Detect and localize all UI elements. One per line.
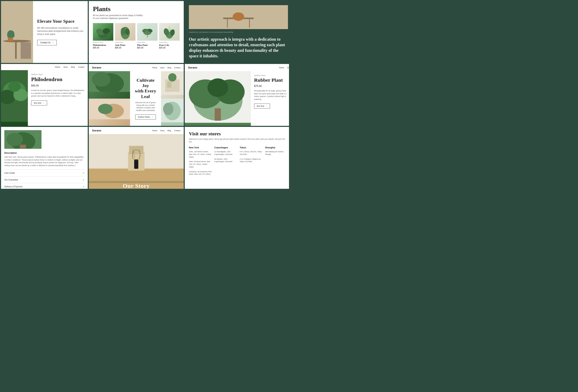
rubber-nav: Sorano Plants St <box>185 64 289 71</box>
svg-point-31 <box>98 104 112 114</box>
hero-nav-blog[interactable]: Blog <box>167 67 171 69</box>
rubber-main: Medium Plant Rubber Plant $75.00 Recogni… <box>185 71 289 126</box>
pilea-name: Pilea Plant <box>137 44 157 46</box>
philodendron-size-tag: Medium Plant <box>31 73 84 76</box>
story-logo: Sorano <box>92 129 101 132</box>
plants-grid: Medium Plant Philodendron $45.00 Small P… <box>93 23 180 49</box>
rubber-price: $75.00 <box>254 85 289 87</box>
nav-blog[interactable]: Blog <box>71 66 75 68</box>
philodendron-buy-button[interactable]: Buy Now → <box>31 100 47 105</box>
story-nav-contact[interactable]: Contact <box>174 130 180 132</box>
delivery-payment-accordion[interactable]: Delivery & Payment + <box>4 183 84 189</box>
rubber-desc: Recognizable for its large, glossy leave… <box>254 89 289 101</box>
elevate-space-cell: Elevate Your Space We offer personalized… <box>1 1 88 63</box>
stewardship-svg <box>189 5 288 29</box>
svg-point-6 <box>125 29 129 35</box>
philodendron-leaf-svg <box>96 25 110 39</box>
svg-rect-34 <box>167 82 171 88</box>
tokyo-address-1: 5-8-1 Ginza, Chuo-ku, Tokyo 104-0061 <box>240 150 263 156</box>
jade-svg <box>119 25 132 40</box>
description-cell: Description With their lush, vibrant gre… <box>1 127 88 189</box>
plant-thumbnail <box>4 130 42 149</box>
nav-story[interactable]: Story <box>63 66 68 68</box>
vase-decoration <box>130 149 143 171</box>
tokyo-city: Tokyo <box>240 146 263 149</box>
philodendron-product-cell: Plants Story Blog Contact Medium Plant P… <box>1 64 88 126</box>
care-guide-accordion[interactable]: Care Guide + <box>4 169 84 176</box>
contact-label: Contact Us <box>40 42 50 44</box>
contact-us-button[interactable]: Contact Us → <box>37 40 57 45</box>
plant-card-peace-lily[interactable]: Small Plant Peace Lily $35.00 <box>159 23 180 49</box>
hero-nav-plants[interactable]: Plants <box>152 67 157 69</box>
jade-price: $95.00 <box>115 47 135 49</box>
elevate-description: We offer personalized consultations to c… <box>37 26 84 36</box>
svg-point-5 <box>121 28 126 35</box>
rubber-size-tag: Medium Plant <box>254 75 289 77</box>
rubber-plant-svg <box>185 71 251 123</box>
quote-text: Our artistic approach is integra with a … <box>189 37 288 59</box>
care-guide-toggle-icon: + <box>83 171 84 174</box>
hero-plant-small-image <box>161 99 184 126</box>
story-nav-links: Plants Story Blog Contact <box>152 130 180 132</box>
stewardship-image <box>189 5 288 29</box>
guarantee-accordion[interactable]: Our Guarantee + <box>4 176 84 183</box>
rubber-plant-photo <box>185 71 251 126</box>
svg-rect-48 <box>20 145 26 148</box>
hero-area: Cultivate Joy with Every Leaf Discover t… <box>89 71 184 126</box>
copenhagen-city: Copenhagen <box>214 146 237 149</box>
stores-cell: Visit our stores Welcome to your happy p… <box>185 127 289 189</box>
story-nav-plants[interactable]: Plants <box>152 130 157 132</box>
hero-bottom-svg <box>89 99 130 119</box>
philodendron-product-name: Philodendron <box>31 76 84 83</box>
stewardship-caption: Inspired by commitment to environmental … <box>189 31 288 33</box>
hero-center-content: Cultivate Joy with Every Leaf Discover t… <box>130 71 161 126</box>
chair-decoration <box>21 42 31 59</box>
plants-section-title: Plants <box>93 5 180 13</box>
svg-point-35 <box>168 73 177 82</box>
pilea-image <box>137 23 157 41</box>
plant-card-jade[interactable]: Small Plant Jade Plant $95.00 <box>115 23 135 49</box>
rubber-info: Medium Plant Rubber Plant $75.00 Recogni… <box>251 71 289 126</box>
hero-description: Discover the art of green living with ou… <box>134 101 157 112</box>
plant-leaves-decoration <box>7 30 14 38</box>
hero-small-plant-svg <box>161 99 184 122</box>
philodendron-large-image <box>1 70 28 126</box>
peace-lily-price: $35.00 <box>159 47 180 49</box>
plant-card-philodendron[interactable]: Medium Plant Philodendron $45.00 <box>93 23 113 49</box>
philodendron-image <box>93 23 113 41</box>
rubber-nav-plants[interactable]: Plants <box>279 67 284 69</box>
nav-plants[interactable]: Plants <box>55 66 60 68</box>
philodendron-info: Medium Plant Philodendron $45.00 Known f… <box>28 70 88 126</box>
pilea-svg <box>140 25 155 39</box>
hero-room-svg <box>161 71 184 95</box>
hero-nav-contact[interactable]: Contact <box>174 67 180 69</box>
philodendron-price: $45.00 <box>93 47 113 49</box>
delivery-payment-label: Delivery & Payment <box>4 185 22 188</box>
elevate-heading: Elevate Your Space <box>37 19 84 24</box>
explore-arrow: → <box>151 116 153 118</box>
svg-point-38 <box>163 103 173 115</box>
philodendron-size: Medium Plant <box>93 42 113 43</box>
table-leg-decoration <box>15 41 17 59</box>
philodendron-product-price: $45.00 <box>31 84 84 87</box>
story-nav-story[interactable]: Story <box>160 130 165 132</box>
hero-nav-story[interactable]: Story <box>160 67 165 69</box>
stores-grid: New York Soho, 150 Mercer Street, New Yo… <box>189 146 288 178</box>
philodendron-product-desc: Known for its lush, green, heart-shaped … <box>31 89 84 98</box>
plant-thumb-svg <box>4 130 42 149</box>
hero-title: Cultivate Joy with Every Leaf <box>134 78 157 99</box>
rubber-buy-button[interactable]: Buy Now → <box>254 104 270 109</box>
plant-card-pilea[interactable]: Small Plant Pilea Plant $55.00 <box>137 23 157 49</box>
svg-rect-44 <box>215 108 221 121</box>
story-nav: Sorano Plants Story Blog Contact <box>89 127 184 134</box>
rubber-nav-links: Plants St <box>279 67 289 69</box>
nav-contact[interactable]: Contact <box>78 66 84 68</box>
jade-size: Small Plant <box>115 42 135 43</box>
rubber-buy-arrow: → <box>265 105 267 107</box>
story-nav-blog[interactable]: Blog <box>167 130 171 132</box>
shanghai-city: Shanghai <box>265 146 288 149</box>
rubber-nav-story[interactable]: St <box>287 67 289 69</box>
explore-plants-button[interactable]: Explore Plants → <box>135 115 156 120</box>
svg-point-28 <box>92 72 110 87</box>
svg-rect-19 <box>249 19 250 28</box>
